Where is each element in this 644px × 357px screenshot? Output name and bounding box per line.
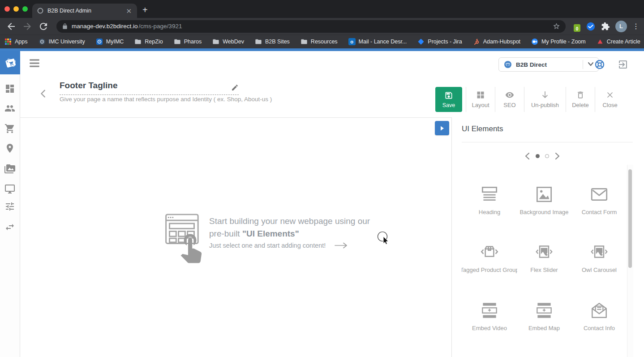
webpage-touch-illustration bbox=[165, 211, 208, 266]
minimize-window-button[interactable] bbox=[13, 6, 19, 12]
layout-button[interactable]: Layout bbox=[466, 87, 495, 112]
layout-grid-icon bbox=[476, 90, 485, 99]
close-x-icon bbox=[605, 90, 614, 99]
browser-menu-icon[interactable]: ⋮ bbox=[632, 22, 640, 30]
logout-icon[interactable] bbox=[618, 59, 628, 70]
browser-tab[interactable]: B2B Direct Admin ✕ bbox=[32, 4, 137, 18]
location-pin-icon[interactable] bbox=[4, 143, 15, 154]
checkmark-extension-icon[interactable] bbox=[586, 22, 596, 31]
profile-avatar[interactable]: L bbox=[615, 21, 627, 32]
cart-icon[interactable] bbox=[4, 123, 15, 134]
new-tab-button[interactable]: + bbox=[142, 5, 148, 14]
panel-scrollbar-thumb[interactable] bbox=[628, 169, 632, 268]
back-button[interactable] bbox=[39, 89, 48, 99]
folder-icon bbox=[301, 38, 308, 45]
extensions-puzzle-icon[interactable] bbox=[601, 22, 610, 31]
bookmark-mail[interactable]: o Mail - Lance Desr... bbox=[348, 38, 407, 45]
carousel-nav bbox=[452, 152, 633, 160]
embed-icon bbox=[479, 300, 500, 321]
tile-embed-video[interactable]: Embed Video bbox=[462, 300, 517, 331]
edit-pencil-icon[interactable] bbox=[231, 84, 239, 91]
mouse-cursor bbox=[376, 231, 392, 248]
workspace-selector[interactable]: B2B Direct bbox=[498, 57, 599, 72]
bookmark-star-icon[interactable] bbox=[553, 22, 560, 30]
tile-owl-carousel[interactable]: Owl Carousel bbox=[571, 242, 627, 273]
close-button[interactable]: Close bbox=[595, 87, 625, 112]
eye-icon bbox=[505, 90, 514, 99]
tile-flex-slider[interactable]: Flex Slider bbox=[516, 242, 572, 273]
bookmark-label: Create Article bbox=[607, 39, 640, 45]
bookmark-myimc[interactable]: MyIMC bbox=[96, 38, 124, 45]
menu-hamburger-icon[interactable] bbox=[29, 58, 40, 68]
forward-icon[interactable] bbox=[21, 20, 34, 33]
tile-background-image[interactable]: Background Image bbox=[516, 184, 572, 215]
delete-label: Delete bbox=[572, 102, 589, 108]
bookmark-repzio[interactable]: RepZio bbox=[134, 38, 163, 45]
users-icon[interactable] bbox=[4, 103, 15, 114]
bookmark-jira[interactable]: Projects - Jira bbox=[417, 38, 462, 45]
carousel-dot-inactive[interactable] bbox=[545, 154, 549, 158]
folder-icon bbox=[174, 38, 181, 45]
arrow-down-icon bbox=[541, 90, 550, 99]
carousel-dot-active[interactable] bbox=[536, 154, 540, 158]
address-bar[interactable]: manage-dev.b2bdirect.io/cms-page/3921 bbox=[56, 20, 566, 33]
bookmark-create-article[interactable]: Create Article bbox=[597, 38, 640, 45]
tile-label: Embed Map bbox=[528, 325, 560, 331]
bookmark-imc-university[interactable]: IMC University bbox=[39, 38, 85, 45]
bookmark-label: IMC University bbox=[49, 39, 85, 45]
triangle-icon bbox=[597, 38, 604, 45]
extension-badge-icon[interactable]: 0 bbox=[574, 24, 580, 32]
tile-label: Embed Video bbox=[472, 325, 507, 331]
outlook-icon: o bbox=[348, 38, 356, 45]
zoom-window-button[interactable] bbox=[22, 6, 28, 12]
bookmark-label: Pharos bbox=[184, 39, 202, 45]
tile-embed-map[interactable]: Embed Map bbox=[516, 300, 572, 331]
bookmark-label: B2B Sites bbox=[265, 39, 290, 45]
tile-contact-form[interactable]: Contact Form bbox=[571, 184, 627, 215]
triangle-right-icon bbox=[440, 126, 444, 131]
swap-arrows-icon[interactable] bbox=[4, 222, 15, 232]
headline-line1: Start building your new webpage using ou… bbox=[209, 216, 370, 226]
bookmark-label: Resources bbox=[311, 39, 338, 45]
page-title[interactable]: Footer Tagline bbox=[60, 81, 239, 95]
jira-icon bbox=[417, 38, 425, 45]
tile-contact-info[interactable]: Contact Info bbox=[571, 300, 627, 331]
bookmark-pharos[interactable]: Pharos bbox=[174, 38, 202, 45]
bookmark-label: Adam-Hubspot bbox=[483, 39, 520, 45]
tile-label: Contact Form bbox=[582, 209, 617, 215]
dashboard-icon[interactable] bbox=[4, 83, 15, 94]
settings-sliders-icon[interactable] bbox=[4, 201, 15, 212]
bookmark-apps[interactable]: Apps bbox=[4, 38, 28, 45]
tile-label: Contact Info bbox=[584, 325, 615, 331]
tile-tagged-product-group[interactable]: Tagged Product Group bbox=[462, 242, 517, 273]
help-lifering-icon[interactable] bbox=[594, 59, 605, 70]
close-window-button[interactable] bbox=[4, 6, 10, 12]
lock-icon bbox=[62, 23, 68, 30]
media-library-icon[interactable] bbox=[4, 163, 15, 174]
bookmark-b2b-sites[interactable]: B2B Sites bbox=[255, 38, 290, 45]
display-icon[interactable] bbox=[4, 184, 15, 194]
chevron-right-icon[interactable] bbox=[554, 152, 560, 160]
seo-button[interactable]: SEO bbox=[495, 87, 524, 112]
image-icon bbox=[534, 184, 554, 205]
back-icon[interactable] bbox=[4, 20, 18, 33]
tab-title: B2B Direct Admin bbox=[47, 8, 125, 14]
bookmark-webdev[interactable]: WebDev bbox=[212, 38, 244, 45]
tab-close-icon[interactable]: ✕ bbox=[125, 7, 133, 15]
browser-titlebar: B2B Direct Admin ✕ + bbox=[0, 0, 644, 18]
delete-button[interactable]: Delete bbox=[566, 87, 595, 112]
embed-icon bbox=[534, 300, 554, 321]
close-label: Close bbox=[602, 102, 617, 108]
bookmark-resources[interactable]: Resources bbox=[301, 38, 338, 45]
tile-heading[interactable]: Heading bbox=[462, 184, 517, 215]
tile-label: Background Image bbox=[519, 209, 568, 215]
reload-icon[interactable] bbox=[37, 20, 50, 33]
bookmark-zoom[interactable]: My Profile - Zoom bbox=[531, 38, 586, 45]
panel-scrollbar-track[interactable] bbox=[627, 165, 633, 357]
save-button[interactable]: Save bbox=[435, 87, 462, 112]
app-logo[interactable] bbox=[0, 51, 20, 74]
chevron-left-icon[interactable] bbox=[524, 152, 530, 160]
panel-collapse-button[interactable] bbox=[435, 121, 449, 135]
bookmark-hubspot[interactable]: Adam-Hubspot bbox=[473, 38, 520, 45]
unpublish-button[interactable]: Un-publish bbox=[524, 87, 566, 112]
